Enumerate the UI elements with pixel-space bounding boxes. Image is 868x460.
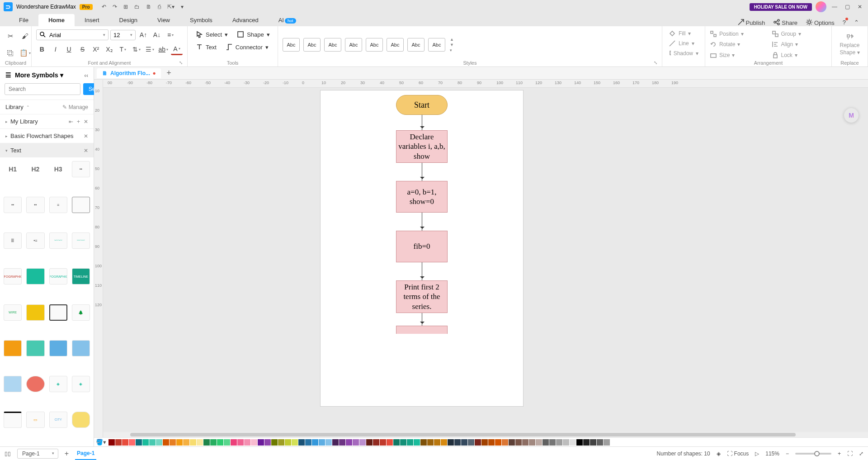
- color-swatch[interactable]: [407, 439, 413, 446]
- subscript-button[interactable]: X₂: [104, 43, 115, 55]
- shape-thumb[interactable]: ••: [4, 197, 22, 213]
- color-swatch[interactable]: [488, 439, 495, 446]
- options-button[interactable]: Options: [806, 19, 835, 26]
- layers-icon[interactable]: ◈: [717, 451, 721, 457]
- zoom-out-button[interactable]: −: [786, 451, 789, 457]
- shape-thumb[interactable]: CITY: [49, 412, 67, 428]
- replace-shape-button[interactable]: Replace Shape ▾: [836, 29, 863, 60]
- color-swatch[interactable]: [373, 439, 379, 446]
- color-swatch[interactable]: [502, 439, 508, 446]
- zoom-level[interactable]: 115%: [765, 451, 779, 457]
- shape-thumb[interactable]: [26, 304, 44, 321]
- paste-icon[interactable]: 📋: [19, 47, 31, 59]
- color-swatch[interactable]: [149, 439, 156, 446]
- italic-button[interactable]: I: [50, 43, 61, 55]
- color-swatch[interactable]: [292, 439, 298, 446]
- lock-button[interactable]: Lock ▾: [772, 52, 827, 59]
- color-swatch[interactable]: [312, 439, 318, 446]
- style-preset-1[interactable]: Abc: [283, 38, 300, 52]
- canvas[interactable]: Start Declare variables i, a,b, show a=0…: [103, 88, 868, 432]
- color-swatch[interactable]: [156, 439, 162, 446]
- styles-down-icon[interactable]: ▼: [449, 42, 455, 47]
- connector-tool[interactable]: Connector ▾: [222, 42, 272, 52]
- line-spacing-icon[interactable]: ⇅: [131, 43, 142, 55]
- save-icon[interactable]: 🗎: [146, 4, 151, 10]
- styles-more-icon[interactable]: ▾: [449, 47, 455, 53]
- shape-h1[interactable]: H1: [4, 161, 22, 177]
- add-tab-button[interactable]: +: [163, 68, 175, 78]
- focus-button[interactable]: ⛶ Focus: [727, 451, 749, 457]
- rotate-button[interactable]: Rotate ▾: [710, 41, 765, 48]
- color-swatch[interactable]: [183, 439, 189, 446]
- color-swatch[interactable]: [170, 439, 176, 446]
- shape-thumb[interactable]: ••: [26, 197, 44, 213]
- shape-thumb[interactable]: WIRE: [4, 304, 22, 321]
- collapse-ribbon-icon[interactable]: ⌃: [854, 19, 859, 26]
- flowchart-process-1[interactable]: Declare variables i, a,b, show: [396, 130, 448, 163]
- color-swatch[interactable]: [115, 439, 122, 446]
- tab-ai[interactable]: AIhot: [269, 14, 306, 26]
- flowchart-start[interactable]: Start: [396, 95, 448, 115]
- share-button[interactable]: Share: [773, 19, 797, 26]
- cut-icon[interactable]: ✂: [5, 30, 16, 42]
- color-swatch[interactable]: [468, 439, 474, 446]
- color-swatch[interactable]: [542, 439, 549, 446]
- text-tool[interactable]: Text: [192, 42, 220, 52]
- manage-button[interactable]: ✎ Manage: [62, 104, 88, 110]
- shadow-button[interactable]: Shadow ▾: [667, 49, 700, 58]
- fit-page-icon[interactable]: ⛶: [847, 451, 853, 457]
- color-swatch[interactable]: [448, 439, 454, 446]
- shape-thumb[interactable]: [4, 376, 22, 392]
- shape-thumb[interactable]: 🌲: [72, 304, 90, 321]
- close-text-icon[interactable]: ✕: [84, 147, 88, 154]
- open-icon[interactable]: 🗀: [134, 4, 140, 10]
- color-swatch[interactable]: [339, 439, 345, 446]
- style-preset-2[interactable]: Abc: [303, 38, 321, 52]
- styles-up-icon[interactable]: ▲: [449, 37, 455, 42]
- color-swatch[interactable]: [481, 439, 488, 446]
- style-preset-6[interactable]: Abc: [387, 38, 404, 52]
- sale-banner[interactable]: HOLIDAY SALE ON NOW: [750, 3, 812, 11]
- shape-tool[interactable]: Shape ▾: [233, 29, 274, 40]
- library-section[interactable]: Library⌃ ✎ Manage: [0, 100, 94, 114]
- undo-icon[interactable]: ↶: [102, 4, 106, 10]
- presentation-icon[interactable]: ▷: [755, 451, 759, 457]
- basic-flowchart-section[interactable]: ▸Basic Flowchart Shapes ✕: [0, 128, 94, 143]
- tab-advanced[interactable]: Advanced: [222, 14, 269, 26]
- shape-thumb[interactable]: ◈: [72, 376, 90, 392]
- shape-thumb[interactable]: INFOGRAPHICS: [4, 268, 22, 285]
- panel-title[interactable]: More Symbols ▾: [15, 71, 63, 79]
- shape-thumb[interactable]: [26, 268, 44, 285]
- zoom-in-button[interactable]: +: [838, 451, 841, 457]
- color-swatch[interactable]: [271, 439, 278, 446]
- color-swatch[interactable]: [529, 439, 535, 446]
- color-swatch[interactable]: [326, 439, 332, 446]
- shape-h3[interactable]: H3: [49, 161, 67, 177]
- style-preset-3[interactable]: Abc: [324, 38, 341, 52]
- color-swatch[interactable]: [163, 439, 169, 446]
- paint-bucket-icon[interactable]: 🪣▾: [96, 439, 106, 446]
- page-selector[interactable]: Page-1: [17, 449, 58, 459]
- style-preset-4[interactable]: Abc: [345, 38, 362, 52]
- align-button[interactable]: Align ▾: [772, 41, 827, 48]
- color-swatch[interactable]: [420, 439, 427, 446]
- collapse-panel-icon[interactable]: ‹‹: [84, 72, 88, 79]
- shape-thumb[interactable]: •≡: [26, 232, 44, 249]
- fullscreen-icon[interactable]: ⤢: [859, 451, 863, 457]
- tab-file[interactable]: File: [9, 14, 38, 26]
- publish-button[interactable]: Publish: [737, 19, 765, 26]
- shape-thumb[interactable]: [72, 340, 90, 356]
- color-swatch[interactable]: [190, 439, 196, 446]
- redo-icon[interactable]: ↷: [113, 4, 117, 10]
- superscript-button[interactable]: X²: [90, 43, 102, 55]
- shape-thumb[interactable]: [4, 412, 22, 428]
- color-swatch[interactable]: [298, 439, 305, 446]
- add-page-button[interactable]: +: [65, 450, 69, 458]
- tab-home[interactable]: Home: [38, 14, 75, 26]
- color-swatch[interactable]: [359, 439, 366, 446]
- case-button[interactable]: T: [117, 43, 129, 55]
- color-swatch[interactable]: [434, 439, 440, 446]
- new-icon[interactable]: ⊞: [123, 4, 128, 10]
- color-swatch[interactable]: [400, 439, 406, 446]
- shape-thumb[interactable]: [26, 340, 44, 356]
